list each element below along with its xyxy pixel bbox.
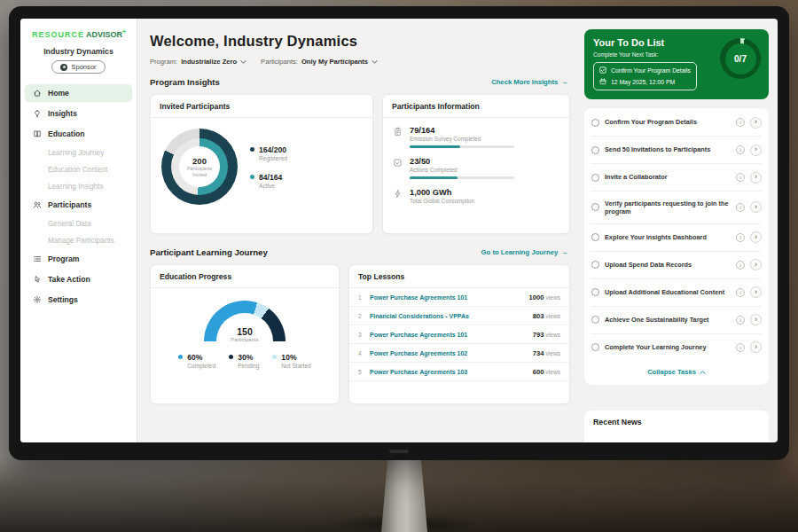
program-filter-dropdown[interactable]: Program: Industrialize Zero (150, 58, 246, 66)
lesson-views: 1000views (529, 293, 560, 301)
task-upload-spend-data[interactable]: Upload Spend Data Records i › (591, 252, 762, 279)
main-content: Welcome, Industry Dynamics Program: Indu… (137, 19, 581, 442)
task-send-invitations[interactable]: Send 50 Invitations to Participants i › (591, 137, 762, 164)
task-checkbox[interactable] (591, 146, 599, 154)
sidebar-item-general-data[interactable]: General Data (20, 216, 137, 231)
info-icon[interactable]: i (736, 316, 745, 325)
chevron-up-icon (700, 368, 706, 376)
task-checkbox[interactable] (591, 343, 599, 351)
sidebar-item-label: Home (48, 89, 69, 98)
insights-cards-row: Invited Participants 200 Participants In… (150, 94, 570, 234)
lesson-title-link[interactable]: Power Purchase Agreements 101 (370, 294, 529, 301)
task-checkbox[interactable] (591, 288, 599, 296)
info-icon[interactable]: i (736, 118, 745, 127)
lesson-views: 734views (533, 349, 560, 357)
lesson-rank: 4 (358, 350, 366, 356)
info-icon[interactable]: i (736, 233, 745, 242)
sidebar-item-education[interactable]: Education (20, 125, 137, 143)
legend-label: Registered (259, 155, 287, 161)
task-checkbox[interactable] (591, 261, 599, 269)
check-more-insights-link[interactable]: Check More Insights → (491, 78, 568, 86)
donut-center-value: 200 (192, 156, 207, 166)
chevron-right-icon[interactable]: › (750, 259, 762, 270)
info-icon[interactable]: i (736, 173, 745, 182)
lesson-rank: 2 (358, 313, 366, 319)
chevron-right-icon[interactable]: › (750, 117, 762, 129)
lesson-row[interactable]: 1 Power Purchase Agreements 101 1000view… (349, 288, 569, 307)
legend-dot (229, 355, 233, 359)
bulb-icon (33, 109, 42, 118)
todo-tasks-card: Confirm Your Program Details i › Send 50… (584, 108, 769, 385)
card-title: Participants Information (383, 95, 569, 118)
lesson-rank: 1 (358, 294, 366, 301)
info-icon[interactable]: i (736, 343, 745, 352)
sidebar-item-manage-participants[interactable]: Manage Participants (20, 233, 137, 248)
gear-icon (33, 295, 42, 304)
chevron-right-icon[interactable]: › (750, 341, 762, 353)
gauge-center-value: 150 (204, 326, 286, 337)
task-invite-collaborator[interactable]: Invite a Collaborator i › (591, 164, 762, 192)
task-achieve-sustainability-target[interactable]: Achieve One Sustainability Target i › (591, 307, 762, 334)
chevron-right-icon[interactable]: › (750, 201, 762, 213)
chevron-right-icon[interactable]: › (750, 145, 762, 156)
top-lessons-card: Top Lessons 1 Power Purchase Agreements … (348, 264, 570, 404)
donut-legend: 164/200 Registered 84/164 Active (250, 145, 287, 189)
sidebar-item-home[interactable]: Home (25, 84, 132, 102)
next-task-chip[interactable]: Confirm Your Program Details 12 May 2025… (593, 62, 697, 90)
legend-item-active: 84/164 Active (250, 173, 287, 189)
task-upload-educational-content[interactable]: Upload Additional Educational Content i … (591, 279, 762, 307)
sidebar-item-education-content[interactable]: Education Content (20, 162, 137, 177)
top-lessons-list: 1 Power Purchase Agreements 101 1000view… (349, 288, 569, 381)
participants-filter-dropdown[interactable]: Participants: Only My Participants (261, 58, 378, 66)
chevron-right-icon[interactable]: › (750, 314, 762, 325)
lesson-row[interactable]: 4 Power Purchase Agreements 102 734views (349, 344, 569, 363)
info-icon[interactable]: i (736, 145, 745, 154)
sidebar-item-learning-journey[interactable]: Learning Journey (20, 145, 137, 160)
go-to-learning-journey-link[interactable]: Go to Learning Journey → (481, 248, 568, 256)
task-checkbox[interactable] (591, 316, 599, 324)
task-confirm-program-details[interactable]: Confirm Your Program Details i › (591, 109, 762, 137)
lesson-row[interactable]: 3 Power Purchase Agreements 101 793views (349, 325, 569, 344)
task-verify-participants[interactable]: Verify participants requesting to join t… (591, 192, 762, 224)
task-checkbox[interactable] (591, 203, 599, 211)
sidebar-item-settings[interactable]: Settings (20, 291, 137, 309)
chevron-right-icon[interactable]: › (750, 286, 762, 298)
sidebar-item-learning-insights[interactable]: Learning Insights (20, 179, 137, 194)
info-icon[interactable]: i (736, 203, 745, 212)
task-complete-learning-journey[interactable]: Complete Your Learning Journey i › (591, 334, 762, 361)
chevron-right-icon[interactable]: › (750, 231, 762, 243)
arrow-right-icon: → (561, 78, 568, 86)
lesson-title-link[interactable]: Financial Considerations - VPPAs (370, 313, 533, 319)
gauge-center-label: Participants (204, 337, 286, 342)
sidebar-item-insights[interactable]: Insights (20, 105, 137, 122)
lesson-title-link[interactable]: Power Purchase Agreements 103 (370, 369, 533, 375)
lesson-title-link[interactable]: Power Purchase Agreements 102 (370, 350, 533, 356)
section-title-program-insights: Program Insights (150, 77, 220, 87)
chevron-right-icon[interactable]: › (750, 172, 762, 184)
sidebar-item-take-action[interactable]: Take Action (20, 270, 137, 288)
sidebar-item-participants[interactable]: Participants (20, 196, 137, 214)
info-icon[interactable]: i (736, 261, 745, 270)
collapse-tasks-button[interactable]: Collapse Tasks (591, 361, 762, 384)
task-checkbox[interactable] (591, 174, 599, 182)
program-filter-label: Program: (150, 58, 177, 66)
education-progress-card: Education Progress 150 Participants (150, 264, 340, 404)
sidebar-item-program[interactable]: Program (20, 250, 137, 268)
learning-cards-row: Education Progress 150 Participants (150, 264, 570, 404)
arrow-right-icon: → (561, 248, 568, 256)
task-checkbox[interactable] (591, 233, 599, 241)
lesson-row[interactable]: 5 Power Purchase Agreements 103 600views (349, 363, 569, 381)
lesson-title-link[interactable]: Power Purchase Agreements 101 (370, 332, 533, 338)
participants-information-card: Participants Information 79/164 Emission… (382, 94, 570, 234)
task-explore-insights-dashboard[interactable]: Explore Your Insights Dashboard i › (591, 224, 762, 252)
sidebar-item-label: Education (48, 129, 85, 138)
task-checkbox[interactable] (591, 119, 599, 127)
task-label: Send 50 Invitations to Participants (605, 145, 731, 153)
lesson-row[interactable]: 2 Financial Considerations - VPPAs 803vi… (349, 307, 569, 325)
progress-bar (410, 145, 514, 148)
lesson-rank: 5 (358, 369, 366, 375)
sidebar-item-label: General Data (48, 220, 91, 228)
info-icon[interactable]: i (736, 288, 745, 297)
calendar-icon (599, 78, 606, 86)
sponsor-badge: Sponsor (51, 60, 105, 74)
